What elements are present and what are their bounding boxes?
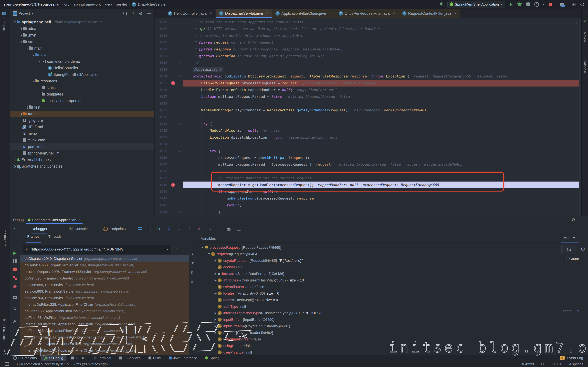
line-number[interactable]: 1020: [155, 46, 167, 53]
layout-settings-icon[interactable]: ⚏: [236, 226, 242, 232]
line-number[interactable]: 1043: [155, 202, 167, 209]
tree-item[interactable]: static: [10, 84, 154, 91]
line-number[interactable]: 1019: [155, 39, 167, 46]
line-number[interactable]: 1030: [155, 114, 167, 120]
tree-item[interactable]: CHelloController: [10, 65, 154, 71]
chevron-collapsed-icon[interactable]: ▶: [213, 310, 218, 316]
tree-item[interactable]: ∨resources: [10, 78, 154, 84]
frame-row[interactable]: service:655, HttpServlet(javax.servlet.h…: [20, 282, 189, 288]
status-message[interactable]: Build completed successfully in 1 s 537 …: [15, 362, 108, 366]
chevron-expanded-icon[interactable]: ∨: [13, 20, 17, 24]
toolwindow-button-build[interactable]: Build: [145, 355, 164, 361]
chevron-collapsed-icon[interactable]: ▶: [213, 290, 218, 297]
editor-tab[interactable]: CDispatcherServlet.java✕: [216, 9, 272, 18]
chevron-expanded-icon[interactable]: ∨: [32, 53, 35, 57]
stripe-maven-label[interactable]: Maven: [583, 32, 587, 42]
line-number[interactable]: 1034: [155, 141, 167, 148]
variable-row[interactable]: ▶freader = {CoyoteReader@6492}: [213, 329, 273, 336]
editor-line[interactable]: 1035∨try {: [155, 148, 581, 154]
frame-row[interactable]: doService:963, DispatcherServlet(org.spr…: [20, 262, 189, 268]
editor-line[interactable]: 1019* @param request current HTTP reques…: [155, 39, 581, 46]
editor-tab[interactable]: CHelloController.java✕: [164, 9, 216, 18]
fold-marker-icon[interactable]: ∧: [179, 59, 181, 66]
chevron-collapsed-icon[interactable]: ❯: [19, 33, 23, 37]
view-tab-threads[interactable]: Threads: [48, 234, 62, 242]
toolwindow-button-debug[interactable]: 5: Debug: [41, 355, 66, 361]
fold-marker-icon[interactable]: ∧: [179, 209, 181, 215]
frame-row[interactable]: internalDoFilter:190, ApplicationFilterC…: [20, 347, 189, 354]
variable-row[interactable]: fnotes = {HashMap@6489}size = 0: [213, 297, 278, 303]
editor-line[interactable]: 1034: [155, 141, 581, 148]
frame-row[interactable]: service:883, FrameworkServlet(org.spring…: [20, 288, 189, 295]
rerun-icon[interactable]: ↻: [12, 226, 18, 232]
gear-icon[interactable]: ⚙: [581, 246, 585, 252]
chevron-expanded-icon[interactable]: ∨: [26, 47, 29, 50]
editor-line[interactable]: 1025✓HttpServletRequest processedRequest…: [155, 80, 581, 86]
variable-row[interactable]: ▼processedRequest = {RequestFacade@6465}: [200, 244, 281, 251]
line-number[interactable]: 1027: [155, 93, 167, 100]
line-number[interactable]: 1025: [155, 80, 167, 86]
variable-row[interactable]: fauthType = null: [213, 303, 246, 310]
variable-row[interactable]: ▶flocales = {ArrayList@6488}size = 6: [213, 290, 279, 297]
tree-item[interactable]: .gitignore: [10, 117, 154, 124]
editor[interactable]: 1016* to find the first that supports th…: [155, 18, 581, 216]
fold-marker-icon[interactable]: ∨: [179, 188, 181, 195]
toolwindow-button-javaee[interactable]: Java Enterprise: [165, 355, 200, 361]
line-number[interactable]: 1033: [155, 134, 167, 141]
line-number[interactable]: 1026: [155, 86, 167, 93]
close-icon[interactable]: ✕: [209, 11, 212, 15]
step-out-icon[interactable]: ↑: [186, 226, 192, 232]
variable-row[interactable]: ▶fcoyoteRequest = {Request@6485}"R( /tes…: [213, 257, 303, 264]
step-into-icon[interactable]: ↓: [165, 226, 172, 232]
line-number[interactable]: 1016: [155, 19, 167, 25]
frame-row[interactable]: doDispatch:1040, DispatcherServlet(org.s…: [20, 255, 189, 262]
variable-row[interactable]: ▶finputBuffer = {InputBuffer@6490}: [213, 316, 275, 323]
tree-item[interactable]: ❯Scratches and Consoles: [10, 163, 154, 170]
snapshot-icon[interactable]: [12, 295, 18, 300]
thread-selector[interactable]: ✓"http-nio-8080-exec-4"@5,222 in group "…: [23, 245, 172, 254]
chevron-collapsed-icon[interactable]: ▶: [213, 277, 218, 284]
breadcrumb-item[interactable]: spring-webmvc-5.3.9-sources.jar: [4, 2, 60, 7]
line-number[interactable]: 1031: [155, 120, 167, 127]
hide-icon[interactable]: —: [147, 11, 151, 16]
breadcrumb-item[interactable]: org: [64, 2, 69, 7]
line-number[interactable]: 1028: [155, 100, 167, 107]
editor-line[interactable]: 1036processedRequest = checkMultipart(re…: [155, 154, 581, 161]
editor-line[interactable]: 1016* to find the first that supports th…: [155, 19, 581, 25]
line-number[interactable]: 1035: [155, 148, 167, 154]
run-configuration-select[interactable]: SpringMemShellApplication: [447, 1, 505, 8]
variable-row[interactable]: ▶fattributes = {ConcurrentHashMap@6487}s…: [213, 277, 304, 284]
stripe-structure-label[interactable]: 7: Structure: [3, 229, 7, 246]
line-number[interactable]: 1039: [155, 175, 167, 181]
editor-line[interactable]: 1037multipartRequestParsed = (processedR…: [155, 161, 581, 168]
run-to-cursor-icon[interactable]: ⇥: [206, 226, 213, 232]
tree-item[interactable]: ❯.mvn: [10, 32, 154, 39]
line-number[interactable]: 1040: [155, 182, 167, 188]
chevron-collapsed-icon[interactable]: ❯: [19, 112, 23, 116]
chevron-expanded-icon[interactable]: ∨: [38, 60, 42, 63]
chevron-expanded-icon[interactable]: ▼: [207, 251, 211, 257]
tree-item[interactable]: ❯mvnw: [10, 130, 154, 137]
memory-col-count[interactable]: Count: [569, 257, 579, 261]
pause-icon[interactable]: [12, 258, 18, 264]
editor-tab[interactable]: CApplicationFilterChain.java✕: [272, 9, 335, 18]
breakpoint-icon[interactable]: ✓: [171, 81, 175, 85]
variable-row[interactable]: ▶formats = {SimpleDateFormat[3]@6486}: [213, 270, 284, 277]
variable-row[interactable]: fusingReader = false: [213, 342, 253, 349]
close-icon[interactable]: ✕: [454, 11, 457, 15]
breadcrumb-item[interactable]: web: [105, 2, 112, 7]
tree-item[interactable]: mvnw.cmd: [10, 137, 154, 143]
editor-tab[interactable]: COncePerRequestFilter.java✕: [335, 9, 399, 18]
tree-item[interactable]: CSpringMemShellApplication: [10, 71, 154, 78]
fold-marker-icon[interactable]: ∨: [179, 120, 181, 127]
drop-frame-icon[interactable]: ✕: [196, 226, 203, 232]
status-segment[interactable]: 4 spaces: [569, 362, 583, 366]
memory-tab[interactable]: Mem: [563, 236, 575, 240]
tree-item[interactable]: ∨main: [10, 45, 154, 52]
debug-session-tab[interactable]: SpringMemShellApplication✕: [28, 216, 81, 224]
chevron-collapsed-icon[interactable]: ❯: [13, 165, 17, 168]
editor-line[interactable]: 1029WebAsyncManager asyncManager = WebAs…: [155, 107, 581, 114]
toolwindow-button-services[interactable]: 8: Services: [116, 355, 144, 361]
line-number[interactable]: 1044: [155, 209, 167, 215]
project-header-title[interactable]: Project: [19, 11, 30, 16]
